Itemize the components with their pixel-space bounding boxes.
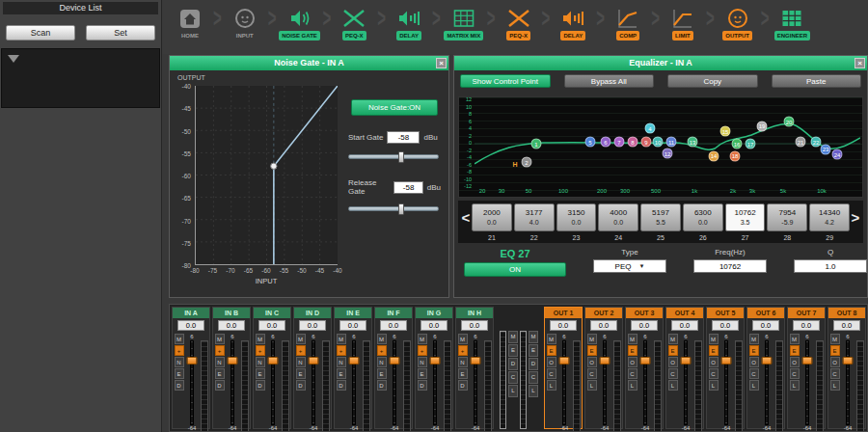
close-icon[interactable]: ×: [854, 58, 865, 68]
fader-track[interactable]: [393, 340, 396, 425]
strip-button[interactable]: M: [256, 334, 265, 344]
channel-fader[interactable]: 6-64: [389, 334, 401, 432]
fader-handle[interactable]: [309, 357, 319, 364]
strip-button[interactable]: M: [215, 334, 225, 344]
scan-button[interactable]: Scan: [6, 25, 75, 40]
channel-fader[interactable]: 6-64: [348, 334, 361, 432]
strip-button[interactable]: C: [529, 371, 538, 384]
strip-button[interactable]: +: [337, 345, 346, 356]
eq-point-15[interactable]: 15: [720, 126, 731, 137]
channel-value[interactable]: 0.0: [631, 320, 658, 331]
channel-fader[interactable]: 6-64: [267, 334, 280, 432]
strip-button[interactable]: E: [830, 345, 840, 356]
strip-button[interactable]: E: [377, 368, 387, 379]
strip-button[interactable]: E: [508, 344, 518, 357]
strip-button[interactable]: M: [529, 331, 538, 343]
fader-track[interactable]: [312, 340, 315, 425]
eq-on-button[interactable]: ON: [464, 262, 566, 277]
bands-scroll-left-icon[interactable]: <: [460, 203, 472, 232]
strip-button[interactable]: E: [296, 368, 306, 379]
close-icon[interactable]: ×: [436, 58, 447, 68]
fader-track[interactable]: [765, 340, 769, 425]
strip-button[interactable]: L: [830, 380, 840, 391]
toolbar-item-delay[interactable]: DELAY: [551, 6, 595, 40]
toolbar-item-peq-x[interactable]: PEQ-X: [332, 6, 376, 40]
fader-handle[interactable]: [187, 357, 198, 364]
strip-button[interactable]: N: [175, 357, 184, 367]
type-dropdown[interactable]: PEQ ▼: [593, 259, 666, 273]
eq-point-22[interactable]: 22: [811, 137, 822, 148]
channel-fader[interactable]: 6-64: [227, 334, 239, 432]
channel-value[interactable]: 0.0: [339, 320, 366, 331]
show-control-point-button[interactable]: Show Control Point: [460, 74, 551, 88]
toolbar-item-home[interactable]: HOME: [168, 6, 212, 40]
strip-button[interactable]: +: [175, 345, 184, 356]
release-gate-input[interactable]: -58: [393, 181, 422, 194]
strip-button[interactable]: M: [628, 334, 637, 344]
fader-handle[interactable]: [681, 357, 692, 364]
channel-value[interactable]: 0.0: [218, 320, 245, 331]
eq-band-button[interactable]: 51975.5: [640, 203, 681, 231]
channel-fader[interactable]: 6-64: [639, 334, 652, 432]
strip-button[interactable]: M: [337, 334, 346, 344]
strip-button[interactable]: L: [529, 385, 538, 397]
fader-handle[interactable]: [600, 357, 610, 364]
strip-button[interactable]: E: [175, 368, 184, 379]
strip-button[interactable]: E: [458, 368, 468, 379]
channel-fader[interactable]: 6-64: [558, 334, 571, 432]
toolbar-item-peq-x[interactable]: PEQ-X: [497, 6, 541, 40]
channel-value[interactable]: 0.0: [420, 320, 448, 331]
fader-track[interactable]: [190, 340, 194, 425]
bypass-all-button[interactable]: Bypass All: [564, 74, 655, 88]
strip-button[interactable]: L: [790, 380, 800, 391]
strip-button[interactable]: +: [296, 345, 306, 356]
fader-track[interactable]: [805, 340, 809, 425]
eq-point-14[interactable]: 14: [709, 150, 719, 161]
release-gate-slider-handle[interactable]: [398, 203, 404, 215]
channel-value[interactable]: 0.0: [177, 320, 204, 331]
channel-fader[interactable]: 6-64: [186, 334, 199, 432]
channel-value[interactable]: 0.0: [299, 320, 326, 331]
strip-button[interactable]: D: [458, 380, 468, 391]
fader-handle[interactable]: [843, 357, 854, 364]
fader-track[interactable]: [352, 340, 356, 425]
fader-handle[interactable]: [390, 357, 400, 364]
strip-button[interactable]: +: [458, 345, 468, 356]
start-gate-slider[interactable]: [348, 154, 439, 159]
strip-button[interactable]: L: [749, 380, 759, 391]
eq-band-button[interactable]: 7954-5.9: [767, 203, 807, 231]
channel-fader[interactable]: 6-64: [429, 334, 442, 432]
expand-triangle-icon[interactable]: [8, 55, 19, 63]
strip-button[interactable]: E: [790, 345, 800, 356]
channel-value[interactable]: 0.0: [752, 320, 779, 331]
strip-button[interactable]: M: [749, 334, 759, 344]
strip-button[interactable]: N: [296, 357, 306, 367]
strip-button[interactable]: N: [377, 357, 387, 367]
channel-fader[interactable]: 6-64: [801, 334, 814, 432]
strip-button[interactable]: N: [215, 357, 225, 367]
strip-button[interactable]: D: [256, 380, 265, 391]
eq-band-button[interactable]: 40000.0: [598, 203, 638, 231]
fader-track[interactable]: [474, 340, 477, 425]
fader-handle[interactable]: [268, 357, 279, 364]
channel-value[interactable]: 0.0: [380, 320, 407, 331]
eq-point-7[interactable]: 7: [614, 137, 625, 148]
fader-handle[interactable]: [721, 357, 732, 364]
strip-button[interactable]: L: [628, 380, 637, 391]
fader-track[interactable]: [271, 340, 275, 425]
strip-button[interactable]: M: [668, 334, 678, 344]
toolbar-item-output[interactable]: OUTPUT: [716, 6, 760, 40]
strip-button[interactable]: D: [377, 380, 387, 391]
toolbar-item-input[interactable]: INPUT: [223, 6, 267, 40]
fader-track[interactable]: [562, 340, 566, 425]
eq-point-8[interactable]: 8: [628, 137, 638, 148]
strip-button[interactable]: M: [547, 334, 556, 344]
fader-handle[interactable]: [762, 357, 773, 364]
strip-button[interactable]: N: [337, 357, 346, 367]
toolbar-item-comp[interactable]: COMP: [606, 6, 650, 40]
channel-fader[interactable]: 6-64: [599, 334, 611, 432]
eq-band-button[interactable]: 63000.0: [683, 203, 723, 231]
channel-fader[interactable]: 6-64: [842, 334, 854, 432]
eq-band-button[interactable]: 107623.5: [725, 203, 766, 231]
eq-band-button[interactable]: 31774.0: [514, 203, 555, 231]
